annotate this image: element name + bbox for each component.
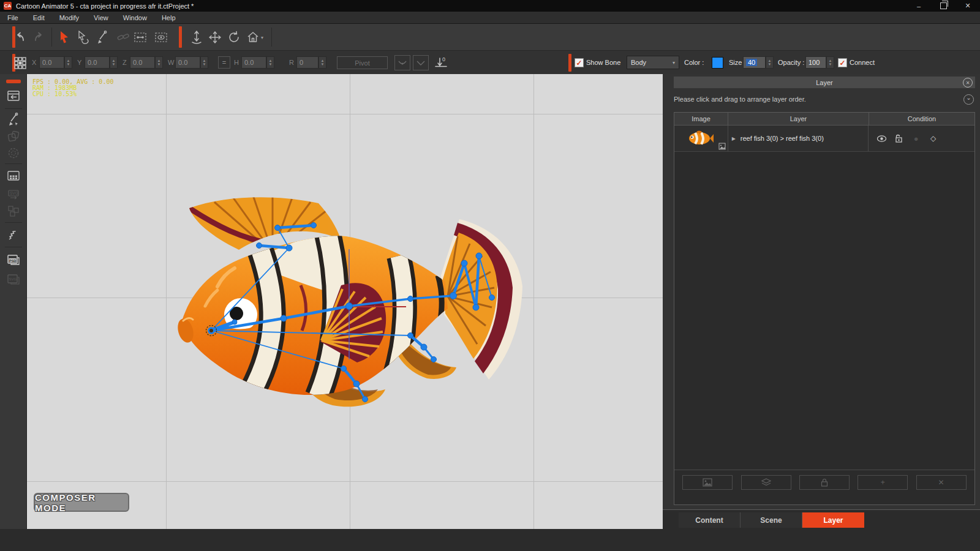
add-image-layer-button[interactable] — [682, 475, 733, 490]
undo-icon — [13, 31, 27, 44]
state-dot-icon[interactable]: ● — [911, 133, 921, 143]
marquee-eye-tool[interactable] — [153, 29, 169, 45]
marquee-bone-icon — [133, 30, 148, 45]
app-window: CA Cartoon Animator 5 - cta project in p… — [0, 0, 980, 551]
redo-button[interactable] — [31, 29, 47, 45]
size-spinner[interactable]: ▲▼ — [766, 56, 774, 69]
rotate-tool[interactable] — [226, 29, 242, 45]
lock-layer-button[interactable] — [799, 475, 850, 490]
duplicate-sprite-tool[interactable] — [6, 129, 21, 144]
grid-line — [27, 481, 663, 482]
w-label: W — [168, 59, 174, 66]
merge-layers-button[interactable] — [741, 475, 791, 490]
tab-content[interactable]: Content — [679, 512, 741, 528]
link-tool[interactable] — [115, 29, 131, 45]
visibility-eye-icon[interactable] — [877, 133, 887, 143]
layer-list: Image Layer Condition — [674, 112, 975, 505]
composer-mode-badge: COMPOSER MODE — [34, 493, 129, 512]
connect-checkbox[interactable]: ✓ — [838, 58, 847, 67]
h-label: H — [234, 59, 239, 66]
close-button[interactable]: ✕ — [956, 0, 980, 12]
minimize-button[interactable]: – — [907, 0, 931, 12]
r-field[interactable] — [296, 56, 318, 69]
collapse-chevron-icon[interactable]: ⌄ — [963, 94, 974, 105]
sidebar-separator — [5, 163, 22, 164]
layer-actions-row: + ✕ — [674, 470, 974, 495]
w-spinner[interactable]: ▲▼ — [200, 56, 208, 69]
curve-v-button[interactable] — [413, 55, 429, 70]
menu-modify[interactable]: Modify — [52, 12, 86, 23]
show-bone-checkbox[interactable]: ✓ — [575, 58, 584, 67]
layer-name-cell[interactable]: ▶ reef fish 3(0) > reef fish 3(0) — [728, 126, 869, 151]
z-field[interactable] — [130, 56, 155, 69]
svg-import-tool[interactable]: SVG — [6, 272, 21, 287]
image-file-icon — [718, 143, 726, 150]
bone-target-value: Body — [631, 59, 646, 66]
menu-edit[interactable]: Edit — [26, 12, 52, 23]
r-spinner[interactable]: ▲▼ — [318, 56, 326, 69]
layer-row[interactable]: ▶ reef fish 3(0) > reef fish 3(0) ● ◇ — [674, 126, 974, 152]
home-view-caret[interactable]: ▾ — [258, 29, 266, 45]
column-condition: Condition — [869, 113, 974, 125]
x-field[interactable] — [39, 56, 64, 69]
h-field[interactable] — [241, 56, 266, 69]
character-sprite[interactable] — [181, 195, 511, 406]
menu-help[interactable]: Help — [154, 12, 183, 23]
curve-down-button[interactable] — [394, 55, 410, 70]
opacity-label: Opacity : — [778, 59, 804, 66]
composer-pieces-tool[interactable] — [6, 204, 21, 219]
bone-pen-tool[interactable] — [94, 29, 110, 45]
svg-export-tool[interactable]: SVG — [6, 187, 21, 201]
sprite-launcher-tool[interactable] — [6, 168, 21, 183]
sidebar-separator — [5, 108, 22, 109]
w-field[interactable] — [175, 56, 200, 69]
lasso-select-tool[interactable] — [75, 29, 91, 45]
bone-rig-overlay[interactable] — [181, 195, 511, 406]
z-spinner[interactable]: ▲▼ — [155, 56, 163, 69]
layer-panel-header[interactable]: Layer ✕ — [674, 77, 975, 88]
back-to-stage-button[interactable] — [6, 89, 21, 103]
ground-level-button[interactable]: 0 — [434, 55, 450, 71]
bone-target-dropdown[interactable]: Body ▾ — [627, 56, 679, 69]
tab-scene[interactable]: Scene — [741, 512, 802, 528]
opacity-spinner[interactable]: ▲▼ — [826, 56, 834, 69]
restore-button[interactable] — [931, 0, 956, 12]
expand-triangle-icon[interactable]: ▶ — [732, 136, 736, 141]
keyframe-diamond-icon[interactable]: ◇ — [929, 133, 938, 143]
bone-size-field[interactable]: 40 — [743, 56, 766, 69]
launcher-grid-icon[interactable] — [12, 55, 28, 71]
menu-view[interactable]: View — [86, 12, 116, 23]
lasso-cursor-icon — [77, 31, 90, 44]
spring-bone-tool[interactable] — [6, 228, 21, 243]
y-field[interactable] — [85, 56, 110, 69]
link-wh-button[interactable]: = — [218, 56, 230, 69]
accent-bar — [568, 54, 571, 72]
x-spinner[interactable]: ▲▼ — [64, 56, 72, 69]
move-tool[interactable] — [207, 29, 223, 45]
accent-bar — [179, 26, 182, 48]
bone-editor-tool[interactable] — [6, 112, 21, 127]
y-spinner[interactable]: ▲▼ — [110, 56, 118, 69]
psd-tool[interactable]: PSD — [6, 253, 21, 268]
lock-icon[interactable] — [894, 133, 904, 143]
panel-close-icon[interactable]: ✕ — [963, 78, 973, 88]
mask-region-tool[interactable] — [6, 146, 21, 160]
chain-icon — [116, 31, 130, 44]
select-tool[interactable] — [57, 29, 73, 45]
bone-size-value: 40 — [746, 59, 757, 66]
marquee-bone-tool[interactable] — [132, 29, 148, 45]
stage-canvas[interactable]: FPS : 0.00, AVG : 0.00 RAM : 1983MB CPU … — [27, 74, 663, 529]
menu-file[interactable]: File — [0, 12, 26, 23]
undo-button[interactable] — [12, 29, 28, 45]
bone-color-swatch[interactable] — [712, 57, 723, 69]
x-label: X — [32, 59, 36, 66]
h-spinner[interactable]: ▲▼ — [266, 56, 274, 69]
layer-thumbnail-cell[interactable] — [674, 126, 728, 151]
pivot-button[interactable]: Pivot — [337, 56, 388, 69]
add-layer-button[interactable]: + — [858, 475, 908, 490]
tab-layer[interactable]: Layer — [802, 512, 864, 528]
bone-opacity-field[interactable] — [805, 56, 826, 69]
anchor-tool[interactable] — [189, 29, 205, 45]
menu-window[interactable]: Window — [116, 12, 154, 23]
delete-layer-button[interactable]: ✕ — [916, 475, 967, 490]
